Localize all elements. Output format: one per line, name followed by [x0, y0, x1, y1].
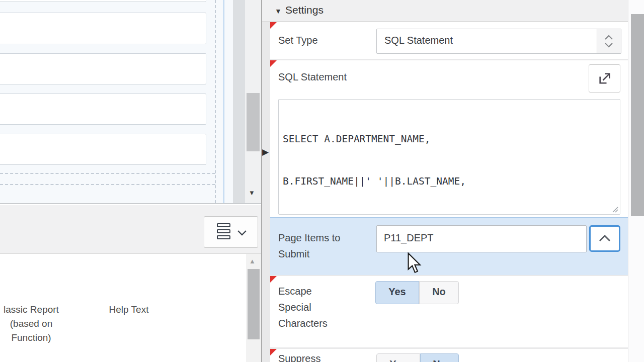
- collapse-field-button[interactable]: [589, 225, 620, 252]
- open-code-editor-button[interactable]: [589, 64, 620, 93]
- field-label: Page Items to: [278, 232, 340, 244]
- layout-region-box[interactable]: [0, 94, 206, 125]
- field-label: Set Type: [278, 35, 318, 46]
- gallery-item-label: lassic Report: [0, 303, 62, 317]
- settings-group-header[interactable]: ▼ Settings: [262, 0, 628, 22]
- component-gallery: fx lassic Report (based on Function) ? H…: [0, 254, 261, 362]
- gallery-item-label: Function): [0, 331, 62, 345]
- field-label: Submit: [278, 248, 309, 260]
- select-value: SQL Statement: [384, 35, 453, 46]
- chevron-up-icon: [591, 234, 619, 243]
- canvas-edge-line: [223, 0, 224, 203]
- required-marker: [270, 276, 277, 283]
- gallery-scrollbar-thumb[interactable]: [248, 269, 260, 339]
- layout-region-box[interactable]: [0, 13, 206, 44]
- required-marker: [270, 349, 277, 355]
- required-marker: [270, 22, 277, 29]
- suppress-yes-button[interactable]: Yes: [376, 353, 420, 362]
- field-label: Escape: [278, 286, 312, 297]
- chevron-down-icon: [236, 229, 248, 236]
- field-label: SQL Statement: [278, 71, 347, 83]
- code-line: SELECT A.DEPARTMENT_NAME,: [283, 132, 616, 146]
- grid-dashed-border: [0, 173, 215, 174]
- escape-special-characters-yes-button[interactable]: Yes: [375, 281, 419, 304]
- grid-dashed-border: [0, 184, 215, 185]
- layout-region-box[interactable]: [0, 0, 206, 2]
- field-label: Characters: [278, 318, 328, 329]
- input-value: P11_DEPT: [384, 232, 434, 244]
- canvas-gutter: [233, 0, 245, 203]
- code-line: B.FIRST_NAME||' '||B.LAST_NAME,: [283, 174, 616, 189]
- gallery-item-label: (based on: [0, 317, 62, 331]
- page-designer-window: ▼ fx lassic Report (based on Function) ?: [0, 0, 644, 362]
- open-dialog-icon: [589, 71, 620, 85]
- gallery-item-label: Help Text: [99, 303, 159, 317]
- sql-statement-textarea[interactable]: SELECT A.DEPARTMENT_NAME, B.FIRST_NAME||…: [278, 99, 620, 215]
- group-title: Settings: [285, 4, 324, 16]
- layout-region-box[interactable]: [0, 134, 206, 165]
- suppress-no-button[interactable]: No: [420, 353, 459, 362]
- gallery-view-menu-button[interactable]: [204, 216, 258, 248]
- resize-handle-icon[interactable]: [612, 206, 619, 213]
- panel-scrollbar-thumb[interactable]: [631, 14, 644, 216]
- canvas-scrollbar-thumb[interactable]: [247, 93, 260, 151]
- required-marker: [270, 60, 277, 67]
- scroll-up-icon[interactable]: ▲: [249, 258, 256, 264]
- escape-special-characters-no-button[interactable]: No: [419, 281, 459, 304]
- layout-canvas: [0, 0, 262, 204]
- field-label: Suppress: [278, 353, 321, 362]
- set-type-select[interactable]: SQL Statement: [376, 29, 621, 54]
- select-spinner-icon: [597, 29, 621, 53]
- splitter-collapse-icon[interactable]: ▶: [262, 147, 269, 157]
- mouse-cursor-pointer: [408, 252, 422, 275]
- page-items-to-submit-input[interactable]: P11_DEPT: [376, 225, 587, 252]
- field-label: Special: [278, 302, 311, 313]
- collapse-triangle-icon: ▼: [275, 7, 282, 15]
- scroll-down-icon[interactable]: ▼: [249, 190, 255, 196]
- layout-region-box[interactable]: [0, 53, 206, 84]
